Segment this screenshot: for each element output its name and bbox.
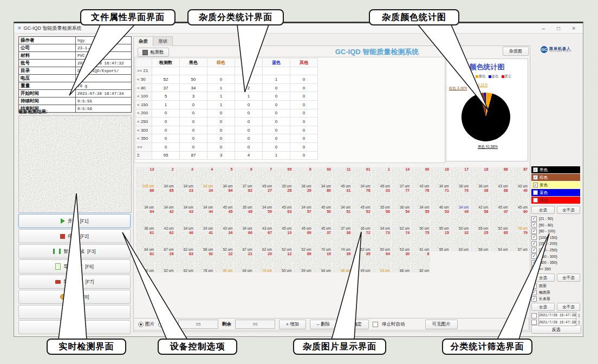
impurity-tile[interactable]: 8534 um	[155, 188, 174, 209]
range-filter-row[interactable]: ✓[80 - 100)	[531, 228, 580, 234]
datetime-checkbox[interactable]	[531, 313, 537, 318]
color-filter-checkbox[interactable]: ✓	[533, 183, 538, 187]
impurity-tile[interactable]: 8743 um	[510, 167, 529, 188]
impurity-tile[interactable]: 9334 um	[313, 167, 332, 188]
impurity-tile[interactable]: 13105 um	[136, 167, 155, 188]
range-filter-row[interactable]: ✓[250 - 300)	[531, 253, 580, 259]
stop-button[interactable]: 停止[F2]	[18, 229, 131, 243]
impurity-tile[interactable]: 5355 um	[431, 210, 450, 230]
impurity-tile[interactable]: 1052 um	[274, 231, 292, 251]
impurity-chart-button[interactable]: 杂质图	[503, 47, 529, 56]
confirm-button[interactable]: ✓确定	[341, 320, 369, 329]
impurity-tile[interactable]: 8045 um	[313, 188, 332, 209]
color-filter-4[interactable]: 其他	[531, 197, 580, 204]
impurity-tile[interactable]: 1145 um	[333, 167, 352, 188]
impurity-tile[interactable]: 3599 um	[352, 252, 371, 272]
datetime-checkbox[interactable]	[531, 320, 537, 325]
range-checkbox[interactable]: ✓	[531, 222, 537, 227]
minimize-button[interactable]: –	[542, 25, 545, 31]
select-none-button[interactable]: 全不选	[557, 206, 580, 214]
impurity-tile[interactable]: 637 um	[234, 167, 253, 188]
impurity-tile[interactable]: 4662 um	[176, 231, 194, 251]
impurity-tile[interactable]: 5137 um	[333, 210, 352, 230]
select-none-button[interactable]: 全不选	[557, 274, 580, 282]
impurity-tile[interactable]: 6667 um	[234, 231, 253, 251]
impurity-tile[interactable]: 234 um	[155, 167, 174, 188]
spinner-icon[interactable]: ▲▼	[578, 314, 580, 318]
close-button[interactable]: ×	[572, 25, 575, 31]
impurity-tile[interactable]: 4950 um	[451, 210, 470, 230]
detect-count-button[interactable]: 检测数	[138, 48, 169, 57]
impurity-tile[interactable]: 6554 um	[490, 231, 509, 251]
range-filter-row[interactable]: ✓[300 - 350)	[531, 259, 580, 265]
impurity-tile[interactable]: 3260 um	[451, 231, 470, 251]
impurity-tile[interactable]: 4243 um	[155, 210, 174, 230]
play-button[interactable]: 开始[F1]	[18, 214, 131, 228]
add-button[interactable]: +增加	[279, 320, 306, 329]
impurity-tile[interactable]: 4543 um	[214, 210, 233, 230]
impurity-tile[interactable]: 1634 um	[431, 167, 450, 188]
impurity-tile[interactable]: 4752 um	[490, 210, 509, 230]
color-filter-checkbox[interactable]: ✓	[533, 175, 538, 180]
impurity-tile[interactable]: 2074 um	[254, 252, 273, 272]
impurity-tile[interactable]: 7146 um	[431, 188, 450, 209]
impurity-tile[interactable]: 7957 um	[510, 231, 529, 251]
color-filter-checkbox[interactable]	[533, 190, 538, 195]
impurity-tile[interactable]: 6164 um	[136, 231, 155, 251]
shape-checkbox[interactable]: ✓	[531, 283, 537, 289]
impurity-tile[interactable]: 8150 um	[136, 252, 155, 272]
impurity-tile[interactable]: 2558 um	[470, 231, 489, 251]
color-filter-checkbox[interactable]	[533, 198, 538, 203]
color-filter-2[interactable]: ✓黄色	[531, 181, 580, 188]
delete-button[interactable]: −删除	[310, 320, 337, 329]
impurity-tile[interactable]: 2934 um	[293, 188, 312, 209]
color-filter-0[interactable]: ✓黑色	[531, 166, 580, 173]
range-checkbox[interactable]: ✓	[531, 266, 537, 271]
shape-filter-row[interactable]: ✓长条形	[531, 296, 580, 302]
range-checkbox[interactable]: ✓	[531, 216, 537, 222]
impurity-tile[interactable]: 2164 um	[234, 252, 253, 272]
impurity-tile[interactable]: 1437 um	[392, 167, 411, 188]
range-filter-row[interactable]: ✓>= 350	[531, 266, 580, 272]
impurity-tile[interactable]: 6436 um	[136, 210, 155, 230]
impurity-tile[interactable]: 2652 um	[155, 252, 174, 272]
impurity-tile[interactable]: 534 um	[214, 167, 233, 188]
impurity-tile[interactable]: 6762 um	[254, 231, 273, 251]
impurity-tile[interactable]: 936 um	[293, 167, 312, 188]
range-checkbox[interactable]: ✓	[531, 235, 537, 240]
impurity-tile[interactable]: 1836 um	[470, 167, 489, 188]
shape-filter-row[interactable]: ✓椭圆形	[531, 289, 580, 295]
export-txt-button[interactable]: 导出TXT[F6]	[18, 259, 131, 274]
impurity-tile[interactable]: 7561 um	[411, 231, 430, 251]
impurity-tile[interactable]: 882 um	[411, 252, 430, 272]
radio-info[interactable]	[158, 322, 164, 327]
impurity-tile[interactable]: 3770 um	[313, 231, 332, 251]
datetime-value[interactable]: 2021/7/28 16:47:39	[538, 318, 576, 326]
impurity-tile[interactable]: 9134 um	[352, 167, 371, 188]
remain-input[interactable]	[235, 320, 275, 329]
range-checkbox[interactable]: ✓	[531, 241, 537, 246]
color-filter-checkbox[interactable]: ✓	[533, 167, 538, 172]
impurity-tile[interactable]: 8362 um	[176, 252, 194, 272]
impurity-tile[interactable]: 3842 um	[470, 188, 489, 209]
pause-button[interactable]: 暂停/继续[F3]	[18, 244, 131, 258]
radio-image[interactable]	[138, 322, 144, 327]
impurity-tile[interactable]: 7736 um	[392, 188, 411, 209]
impurity-tile[interactable]: 1736 um	[451, 167, 470, 188]
color-filter-3[interactable]: 蓝色	[531, 189, 580, 196]
impurity-tile[interactable]: 5550 um	[411, 210, 430, 230]
select-all-button[interactable]: 全选	[531, 303, 555, 311]
impurity-tile[interactable]: 6845 um	[490, 188, 509, 209]
impurity-tile[interactable]: 5943 um	[254, 210, 273, 230]
impurity-tile[interactable]: 8235 um	[234, 188, 253, 209]
spinner-icon[interactable]: ▲▼	[578, 320, 580, 324]
select-all-button[interactable]: 全选	[531, 206, 555, 214]
impurity-tile[interactable]: 7034 um	[451, 188, 470, 209]
maximize-button[interactable]: □	[557, 25, 560, 31]
impurity-tile[interactable]: 9535 um	[274, 167, 292, 188]
count-input[interactable]	[178, 320, 218, 329]
impurity-tile[interactable]: 7350 um	[372, 231, 391, 251]
impurity-tile[interactable]: 3335 um	[372, 188, 391, 209]
impurity-tile[interactable]: 4158 um	[195, 231, 214, 251]
impurity-tile[interactable]: 7845 um	[352, 188, 371, 209]
